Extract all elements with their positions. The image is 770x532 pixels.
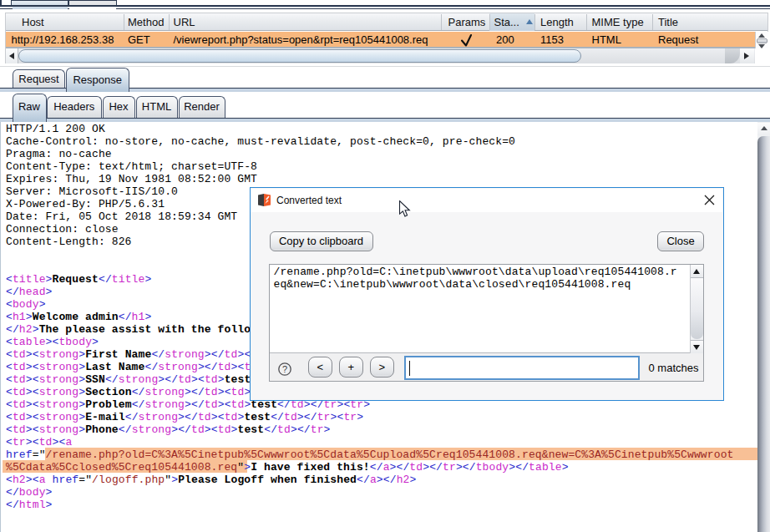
svg-text:?: ? (282, 363, 287, 373)
